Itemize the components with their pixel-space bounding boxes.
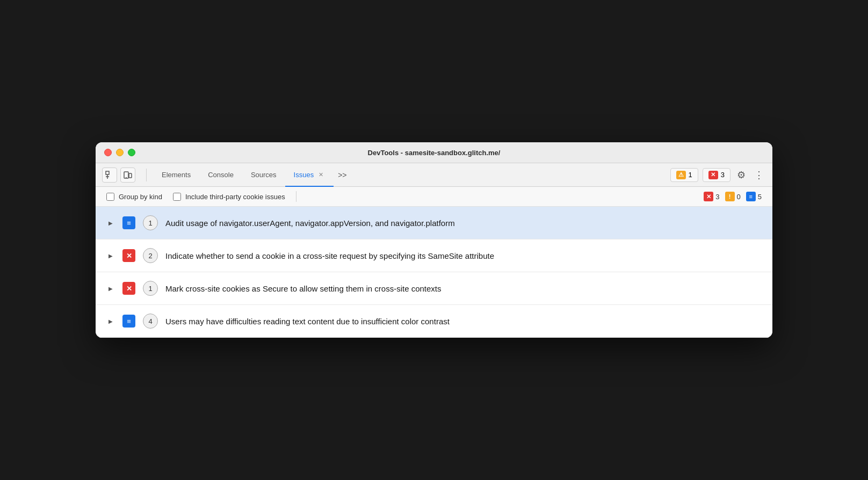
issue-row[interactable]: ▶ ✕ 1 Mark cross-site cookies as Secure … <box>96 272 772 305</box>
inspect-icon[interactable] <box>102 168 117 183</box>
toolbar: Elements Console Sources Issues ✕ >> ⚠ 1… <box>96 163 772 187</box>
traffic-lights <box>104 149 135 156</box>
issue-text: Indicate whether to send a cookie in a c… <box>165 250 762 261</box>
tabs-container: Elements Console Sources Issues ✕ >> <box>153 163 668 187</box>
info-badge-count: 5 <box>758 193 762 201</box>
svg-rect-4 <box>129 173 132 178</box>
issue-text: Audit usage of navigator.userAgent, navi… <box>165 217 762 229</box>
issues-list: ▶ ≡ 1 Audit usage of navigator.userAgent… <box>96 207 772 338</box>
warning-count: 1 <box>689 171 692 179</box>
issue-type-icon: ✕ <box>122 249 135 262</box>
warning-count-badge: ! 0 <box>725 192 741 201</box>
issue-text: Mark cross-site cookies as Secure to all… <box>165 283 762 294</box>
error-badge-button[interactable]: ✕ 3 <box>703 168 730 182</box>
expand-arrow-icon: ▶ <box>106 284 115 293</box>
settings-icon[interactable]: ⚙ <box>735 167 748 183</box>
tab-elements[interactable]: Elements <box>153 163 199 187</box>
issue-row[interactable]: ▶ ≡ 1 Audit usage of navigator.userAgent… <box>96 207 772 239</box>
svg-rect-0 <box>106 171 109 174</box>
tab-sources-label: Sources <box>251 171 277 179</box>
expand-arrow-icon: ▶ <box>106 219 115 227</box>
tab-more-button[interactable]: >> <box>334 169 351 181</box>
devtools-window: DevTools - samesite-sandbox.glitch.me/ <box>96 142 772 338</box>
error-count-badge: ✕ 3 <box>704 192 719 201</box>
filter-bar: Group by kind Include third-party cookie… <box>96 187 772 207</box>
filter-divider <box>296 191 296 202</box>
toolbar-right: ⚠ 1 ✕ 3 ⚙ ⋮ <box>670 167 766 183</box>
more-options-icon[interactable]: ⋮ <box>752 167 766 183</box>
warning-badge-button[interactable]: ⚠ 1 <box>670 168 698 182</box>
toolbar-divider <box>146 169 147 181</box>
issue-icon-symbol: ✕ <box>126 285 132 293</box>
issue-count-badge: 1 <box>143 281 158 296</box>
tab-sources[interactable]: Sources <box>242 163 285 187</box>
info-count-badge: ≡ 5 <box>746 192 762 201</box>
tab-issues-label: Issues <box>294 171 314 179</box>
issue-count-badge: 1 <box>143 215 158 230</box>
tab-console-label: Console <box>208 171 234 179</box>
warning-badge-count: 0 <box>737 193 741 201</box>
expand-arrow-icon: ▶ <box>106 317 115 325</box>
issue-count-badge: 2 <box>143 248 158 263</box>
issue-icon-symbol: ✕ <box>126 252 132 260</box>
minimize-button[interactable] <box>116 149 124 156</box>
maximize-button[interactable] <box>128 149 135 156</box>
tab-issues-close[interactable]: ✕ <box>317 171 325 179</box>
expand-arrow-icon: ▶ <box>106 251 115 260</box>
issue-icon-symbol: ≡ <box>127 219 131 227</box>
title-bar: DevTools - samesite-sandbox.glitch.me/ <box>96 142 772 163</box>
toolbar-icons <box>102 168 135 183</box>
issue-icon-symbol: ≡ <box>127 317 131 325</box>
issue-text: Users may have difficulties reading text… <box>165 316 762 327</box>
error-count: 3 <box>721 171 725 179</box>
issue-row[interactable]: ▶ ✕ 2 Indicate whether to send a cookie … <box>96 239 772 272</box>
device-icon[interactable] <box>120 168 135 183</box>
group-by-kind-checkbox[interactable] <box>106 193 114 201</box>
third-party-label: Include third-party cookie issues <box>185 193 285 201</box>
group-by-kind-label: Group by kind <box>119 193 162 201</box>
error-badge-count: 3 <box>715 193 719 201</box>
svg-rect-3 <box>124 172 128 178</box>
error-icon: ✕ <box>708 171 718 179</box>
warning-icon: ⚠ <box>676 171 686 179</box>
count-badges: ✕ 3 ! 0 ≡ 5 <box>704 192 762 201</box>
tab-issues[interactable]: Issues ✕ <box>285 163 334 187</box>
tab-elements-label: Elements <box>162 171 191 179</box>
issue-type-icon: ≡ <box>122 315 135 328</box>
window-title: DevTools - samesite-sandbox.glitch.me/ <box>368 149 501 157</box>
issue-type-icon: ✕ <box>122 282 135 295</box>
warning-badge-icon: ! <box>725 192 735 201</box>
group-by-kind-filter[interactable]: Group by kind <box>106 193 162 201</box>
tab-console[interactable]: Console <box>199 163 242 187</box>
close-button[interactable] <box>104 149 112 156</box>
issue-count-badge: 4 <box>143 314 158 329</box>
third-party-checkbox[interactable] <box>173 193 181 201</box>
issue-type-icon: ≡ <box>122 216 135 229</box>
error-badge-icon: ✕ <box>704 192 713 201</box>
issue-row[interactable]: ▶ ≡ 4 Users may have difficulties readin… <box>96 305 772 338</box>
info-badge-icon: ≡ <box>746 192 756 201</box>
third-party-filter[interactable]: Include third-party cookie issues <box>173 193 285 201</box>
